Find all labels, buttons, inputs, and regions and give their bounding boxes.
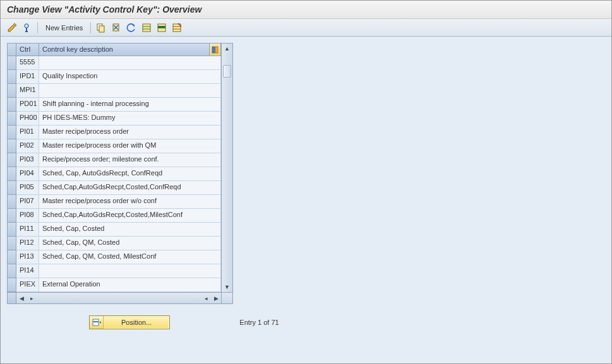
select-all-header[interactable]: [8, 44, 16, 56]
cell-description[interactable]: Sched,Cap,AutoGdsRecpt,Costed,MilestConf: [39, 209, 221, 223]
hscroll-track[interactable]: [37, 293, 201, 303]
cell-ctrl[interactable]: PI04: [16, 167, 39, 181]
row-selector[interactable]: [8, 153, 16, 167]
cell-ctrl[interactable]: PI03: [16, 153, 39, 167]
table-row[interactable]: PIEXExternal Operation: [8, 278, 221, 292]
new-entries-button[interactable]: New Entries: [42, 23, 87, 33]
row-selector[interactable]: [8, 223, 16, 237]
cell-ctrl[interactable]: PI01: [16, 126, 39, 139]
cell-description[interactable]: Sched, Cap, Costed: [39, 223, 221, 237]
scroll-thumb[interactable]: [223, 65, 231, 78]
change-display-icon[interactable]: [6, 21, 18, 34]
table-row[interactable]: PI01Master recipe/process order: [8, 126, 221, 139]
row-selector[interactable]: [8, 98, 16, 112]
cell-ctrl[interactable]: IPD1: [16, 70, 39, 84]
cell-ctrl[interactable]: PI12: [16, 237, 39, 250]
delete-icon[interactable]: [110, 21, 123, 34]
table-row[interactable]: PI13Sched, Cap, QM, Costed, MilestConf: [8, 250, 221, 264]
table-settings-icon[interactable]: [210, 44, 221, 56]
cell-ctrl[interactable]: PI11: [16, 223, 39, 237]
row-selector[interactable]: [8, 139, 16, 153]
cell-ctrl[interactable]: 5555: [16, 56, 39, 70]
cell-description[interactable]: Master recipe/process order with QM: [39, 139, 221, 153]
cell-ctrl[interactable]: PI02: [16, 139, 39, 153]
row-selector[interactable]: [8, 181, 16, 195]
scroll-left-icon[interactable]: ◀: [16, 293, 27, 303]
cell-description[interactable]: PH IDES-MES: Dummy: [39, 112, 221, 126]
position-icon: [90, 316, 104, 329]
row-selector[interactable]: [8, 126, 16, 139]
cell-description[interactable]: Master recipe/process order w/o conf: [39, 195, 221, 209]
cell-description[interactable]: [39, 84, 221, 98]
cell-description[interactable]: Sched, Cap, AutoGdsRecpt, ConfReqd: [39, 167, 221, 181]
cell-ctrl[interactable]: PI08: [16, 209, 39, 223]
cell-ctrl[interactable]: MPI1: [16, 84, 39, 98]
table-row[interactable]: PI11Sched, Cap, Costed: [8, 223, 221, 237]
row-selector[interactable]: [8, 209, 16, 223]
row-selector[interactable]: [8, 56, 16, 70]
scroll-right-step-icon[interactable]: ◂: [201, 293, 211, 303]
content-area: Ctrl Control key description 5555IPD1Qua…: [1, 37, 611, 364]
table-row[interactable]: PI04Sched, Cap, AutoGdsRecpt, ConfReqd: [8, 167, 221, 181]
table-row[interactable]: PI08Sched,Cap,AutoGdsRecpt,Costed,Milest…: [8, 209, 221, 223]
cell-description[interactable]: [39, 264, 221, 278]
table-footer: Position... Entry 1 of 71: [7, 315, 611, 329]
table-row[interactable]: PD01Shift planning - internal processing: [8, 98, 221, 112]
scroll-left-step-icon[interactable]: ▸: [27, 293, 37, 303]
table-row[interactable]: PI14: [8, 264, 221, 278]
table-row[interactable]: PI02Master recipe/process order with QM: [8, 139, 221, 153]
cell-description[interactable]: Recipe/process order; milestone conf.: [39, 153, 221, 167]
table-row[interactable]: PI12Sched, Cap, QM, Costed: [8, 237, 221, 250]
table-row[interactable]: 5555: [8, 56, 221, 70]
column-header-description[interactable]: Control key description: [39, 44, 210, 56]
cell-ctrl[interactable]: PI07: [16, 195, 39, 209]
cell-description[interactable]: Sched, Cap, QM, Costed: [39, 237, 221, 250]
table-row[interactable]: MPI1: [8, 84, 221, 98]
scroll-down-icon[interactable]: ▼: [222, 282, 232, 292]
table-row[interactable]: PI07Master recipe/process order w/o conf: [8, 195, 221, 209]
cell-description[interactable]: Master recipe/process order: [39, 126, 221, 139]
row-selector[interactable]: [8, 278, 16, 292]
cell-description[interactable]: [39, 56, 221, 70]
find-icon[interactable]: [21, 21, 33, 34]
row-selector[interactable]: [8, 167, 16, 181]
table-row[interactable]: PI03Recipe/process order; milestone conf…: [8, 153, 221, 167]
entry-counter: Entry 1 of 71: [239, 319, 279, 326]
row-selector[interactable]: [8, 70, 16, 84]
undo-change-icon[interactable]: [125, 21, 138, 34]
row-selector[interactable]: [8, 84, 16, 98]
row-selector[interactable]: [8, 264, 16, 278]
select-all-icon[interactable]: [140, 21, 153, 34]
cell-description[interactable]: Sched, Cap, QM, Costed, MilestConf: [39, 250, 221, 264]
row-selector[interactable]: [8, 112, 16, 126]
table-row[interactable]: PI05Sched,Cap,AutoGdsRecpt,Costed,ConfRe…: [8, 181, 221, 195]
position-button[interactable]: Position...: [89, 315, 170, 329]
column-header-ctrl[interactable]: Ctrl: [16, 44, 39, 56]
horizontal-scrollbar[interactable]: ◀ ▸ ◂ ▶: [16, 293, 221, 303]
cell-ctrl[interactable]: PD01: [16, 98, 39, 112]
cell-description[interactable]: Sched,Cap,AutoGdsRecpt,Costed,ConfReqd: [39, 181, 221, 195]
cell-ctrl[interactable]: PH00: [16, 112, 39, 126]
table-row[interactable]: PH00PH IDES-MES: Dummy: [8, 112, 221, 126]
vertical-scrollbar[interactable]: ▲ ▼: [221, 44, 232, 292]
cell-ctrl[interactable]: PI14: [16, 264, 39, 278]
cell-description[interactable]: Quality Inspection: [39, 70, 221, 84]
table-row[interactable]: IPD1Quality Inspection: [8, 70, 221, 84]
row-selector[interactable]: [8, 250, 16, 264]
row-selector[interactable]: [8, 195, 16, 209]
scroll-right-icon[interactable]: ▶: [211, 293, 221, 303]
page-title: Change View "Activity Control Key": Over…: [1, 1, 611, 19]
data-table: Ctrl Control key description 5555IPD1Qua…: [7, 43, 233, 304]
cell-description[interactable]: External Operation: [39, 278, 221, 292]
copy-as-icon[interactable]: [95, 21, 107, 34]
cell-ctrl[interactable]: PI05: [16, 181, 39, 195]
scroll-up-icon[interactable]: ▲: [222, 44, 232, 54]
cell-description[interactable]: Shift planning - internal processing: [39, 98, 221, 112]
cell-ctrl[interactable]: PI13: [16, 250, 39, 264]
select-block-icon[interactable]: [155, 21, 168, 34]
cell-ctrl[interactable]: PIEX: [16, 278, 39, 292]
scroll-track[interactable]: [222, 54, 232, 282]
deselect-all-icon[interactable]: [171, 21, 183, 34]
row-selector[interactable]: [8, 237, 16, 250]
position-button-label: Position...: [104, 319, 169, 326]
